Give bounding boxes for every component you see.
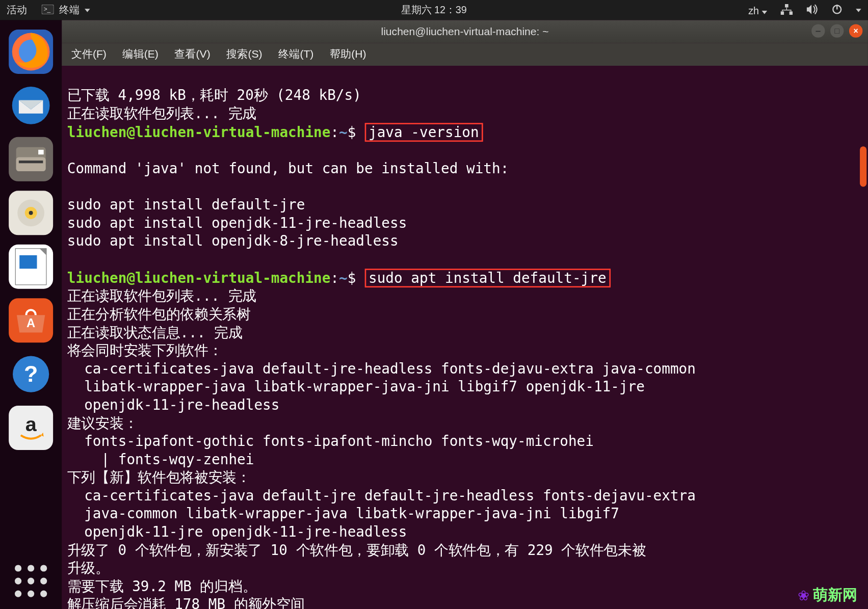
clock[interactable]: 星期六 12：39 (401, 4, 467, 16)
ubuntu-software-launcher[interactable]: A (9, 298, 53, 342)
menu-view[interactable]: 查看(V) (174, 47, 210, 62)
prompt-symbol: $ (348, 270, 356, 286)
term-line: 升级。 (67, 560, 110, 576)
activities-button[interactable]: 活动 (7, 4, 27, 16)
libreoffice-writer-launcher[interactable] (9, 245, 53, 289)
menu-terminal[interactable]: 终端(T) (278, 47, 313, 62)
prompt-user: liuchen@liuchen-virtual-machine (67, 270, 331, 286)
term-line: ca-certificates-java default-jre default… (67, 488, 696, 504)
svg-text:a: a (25, 413, 37, 435)
menu-file[interactable]: 文件(F) (71, 47, 107, 62)
leaf-icon: ❀ (798, 586, 809, 604)
term-line: openjdk-11-jre-headless (67, 397, 280, 413)
prompt-path: ~ (339, 124, 348, 141)
term-line: 需要下载 39.2 MB 的归档。 (67, 578, 256, 595)
svg-rect-11 (16, 157, 46, 171)
power-icon[interactable] (832, 4, 843, 16)
app-menu-label: 终端 (59, 4, 80, 16)
network-icon[interactable] (781, 4, 793, 16)
dropdown-icon (762, 10, 768, 14)
dock: A ? a (0, 20, 62, 609)
svg-rect-4 (785, 4, 788, 7)
term-line: 已下载 4,998 kB，耗时 20秒 (248 kB/s) (67, 87, 361, 103)
term-line: sudo apt install default-jre (67, 197, 305, 213)
term-line: 建议安装： (67, 415, 138, 432)
terminal-icon: >_ (42, 5, 54, 16)
prompt-user: liuchen@liuchen-virtual-machine (67, 124, 331, 141)
amazon-launcher[interactable]: a (9, 406, 53, 450)
show-apps-button[interactable] (15, 565, 47, 597)
term-line: sudo apt install openjdk-11-jre-headless (67, 215, 407, 231)
svg-rect-2 (781, 11, 784, 15)
svg-rect-18 (19, 255, 37, 269)
svg-point-16 (29, 211, 33, 215)
term-line: ca-certificates-java default-jre-headles… (67, 361, 696, 377)
input-method-indicator[interactable]: zh (748, 5, 767, 16)
term-line: 升级了 0 个软件包，新安装了 10 个软件包，要卸载 0 个软件包，有 229… (67, 542, 646, 559)
maximize-button[interactable]: □ (830, 24, 844, 37)
terminal-content[interactable]: 已下载 4,998 kB，耗时 20秒 (248 kB/s) 正在读取软件包列表… (62, 66, 868, 609)
watermark-text: 萌新网 (813, 586, 857, 604)
watermark: ❀ 萌新网 (798, 586, 857, 604)
gnome-topbar: 活动 >_ 终端 星期六 12：39 zh (0, 0, 868, 20)
firefox-launcher[interactable] (9, 30, 53, 74)
term-line: fonts-ipafont-gothic fonts-ipafont-minch… (67, 433, 594, 449)
term-line: 正在读取软件包列表... 完成 (67, 105, 256, 122)
term-line: 下列【新】软件包将被安装： (67, 469, 251, 486)
prompt-sep: : (330, 124, 339, 141)
prompt-symbol: $ (348, 124, 356, 141)
term-line: java-common libatk-wrapper-java libatk-w… (67, 506, 619, 522)
terminal-window: liuchen@liuchen-virtual-machine: ~ ‒ □ ×… (62, 20, 868, 609)
svg-rect-12 (19, 161, 43, 163)
menu-help[interactable]: 帮助(H) (330, 47, 366, 62)
menu-edit[interactable]: 编辑(E) (122, 47, 158, 62)
term-line: Command 'java' not found, but can be ins… (67, 161, 509, 177)
term-line: 正在分析软件包的依赖关系树 (67, 306, 251, 323)
window-titlebar[interactable]: liuchen@liuchen-virtual-machine: ~ ‒ □ × (62, 20, 868, 43)
close-button[interactable]: × (849, 24, 862, 37)
svg-rect-3 (790, 11, 793, 15)
help-launcher[interactable]: ? (9, 352, 53, 396)
system-menu-dropdown-icon[interactable] (856, 8, 861, 12)
thunderbird-launcher[interactable] (9, 83, 53, 127)
menubar: 文件(F) 编辑(E) 查看(V) 搜索(S) 终端(T) 帮助(H) (62, 43, 868, 66)
dropdown-icon (85, 8, 90, 12)
term-line: sudo apt install openjdk-8-jre-headless (67, 233, 399, 249)
menu-search[interactable]: 搜索(S) (226, 47, 262, 62)
highlighted-command: sudo apt install default-jre (364, 269, 610, 287)
term-line: 将会同时安装下列软件： (67, 342, 222, 359)
files-launcher[interactable] (9, 137, 53, 181)
term-line: libatk-wrapper-java libatk-wrapper-java-… (67, 379, 645, 395)
term-line: openjdk-11-jre openjdk-11-jre-headless (67, 524, 407, 540)
svg-rect-13 (38, 150, 44, 154)
highlighted-command: java -version (364, 123, 483, 142)
svg-text:A: A (27, 316, 35, 330)
volume-icon[interactable] (806, 4, 819, 16)
prompt-sep: : (330, 270, 339, 286)
svg-text:?: ? (24, 361, 38, 386)
term-line: 解压缩后会消耗 178 MB 的额外空间 (67, 596, 304, 609)
term-line: 正在读取状态信息... 完成 (67, 325, 242, 341)
term-line: 正在读取软件包列表... 完成 (67, 288, 256, 304)
scrollbar-thumb[interactable] (860, 146, 866, 187)
prompt-path: ~ (339, 270, 348, 286)
svg-text:>_: >_ (44, 6, 51, 13)
window-title: liuchen@liuchen-virtual-machine: ~ (381, 25, 548, 38)
term-line: | fonts-wqy-zenhei (67, 452, 254, 468)
app-menu[interactable]: >_ 终端 (42, 4, 90, 16)
rhythmbox-launcher[interactable] (9, 191, 53, 235)
minimize-button[interactable]: ‒ (811, 24, 825, 37)
